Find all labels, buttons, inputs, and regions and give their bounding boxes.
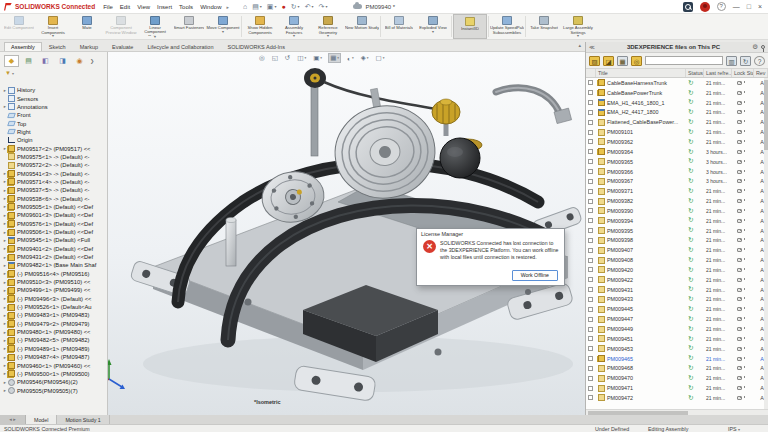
- row-checkbox[interactable]: [588, 317, 593, 322]
- table-row[interactable]: PM009465↻21 min...A: [586, 354, 768, 364]
- ribbon-button-exploded-view[interactable]: Exploded View▼: [416, 14, 450, 39]
- file-search-input[interactable]: [645, 56, 723, 65]
- tree-item[interactable]: ▸PM09601<3> (Default) <<Def: [2, 211, 105, 219]
- row-checkbox[interactable]: [588, 307, 593, 312]
- tree-item[interactable]: ▸PM09517<2> (PM09517) <<: [2, 144, 105, 152]
- tree-item[interactable]: ▸(-) PM09496<3> (Default) <<: [2, 295, 105, 303]
- tree-item[interactable]: Origin: [2, 136, 105, 144]
- tree-item[interactable]: ▸PM09538<6> -> (Default) <-: [2, 194, 105, 202]
- tree-item[interactable]: ▸PM09541<3> -> (Default) <-: [2, 169, 105, 177]
- graphics-viewport[interactable]: ◎◱↺◫▾▣▾▦▾◐▾◈▾▢▾ ▫▫—□×: [108, 52, 585, 415]
- ribbon-button-move-component[interactable]: Move Component▼: [206, 14, 240, 39]
- tree-item[interactable]: ▸Annotations: [2, 103, 105, 111]
- tree-item[interactable]: PM09575<1> -> (Default) <-: [2, 153, 105, 161]
- undo-icon[interactable]: ↶▾: [305, 3, 314, 11]
- row-checkbox[interactable]: [588, 208, 593, 213]
- tree-item[interactable]: ▸PM09546(PM09546)(2): [2, 378, 105, 386]
- row-checkbox[interactable]: [588, 277, 593, 282]
- tab-lifecycle-and-collaboration[interactable]: Lifecycle and Collaboration: [140, 42, 220, 51]
- table-row[interactable]: PM009362↻21 min...A: [586, 137, 768, 147]
- menu-window[interactable]: Window: [200, 4, 221, 10]
- tree-item[interactable]: ▸(-) PM09479<2> (PM09479): [2, 320, 105, 328]
- tree-item[interactable]: ▸PM09431<2> (Default) <<Def: [2, 253, 105, 261]
- table-row[interactable]: PM009395↻21 min...A: [586, 226, 768, 236]
- new-document-icon[interactable]: ▤▾: [252, 3, 262, 11]
- row-checkbox[interactable]: [588, 346, 593, 351]
- panel-help-icon[interactable]: ?: [754, 56, 765, 66]
- propertymanager-tab[interactable]: ▤: [21, 55, 36, 67]
- tree-item[interactable]: ▸PM09505(PM09505)(7): [2, 386, 105, 394]
- bottom-tab-model[interactable]: Model: [26, 415, 57, 424]
- column-header-Last refre...[interactable]: Last refre...: [704, 69, 732, 77]
- tab-sketch[interactable]: Sketch: [42, 42, 73, 51]
- row-checkbox[interactable]: [588, 228, 593, 233]
- row-checkbox[interactable]: [588, 258, 593, 263]
- 3dexperience-search-icon[interactable]: [683, 2, 693, 12]
- table-row[interactable]: PM009101↻21 min...A: [586, 127, 768, 137]
- table-row[interactable]: PM009366↻3 hours...A: [586, 167, 768, 177]
- ribbon-button-assembly-features[interactable]: Assembly Features▼: [277, 14, 311, 39]
- redo-icon[interactable]: ↷▾: [319, 3, 328, 11]
- table-row[interactable]: PM009394↻21 min...A: [586, 216, 768, 226]
- ribbon-collapse-icon[interactable]: ▴: [578, 42, 581, 48]
- close-button[interactable]: ×: [758, 3, 762, 10]
- tab-evaluate[interactable]: Evaluate: [105, 42, 140, 51]
- row-checkbox[interactable]: [588, 395, 593, 400]
- row-checkbox[interactable]: [588, 218, 593, 223]
- menu-edit[interactable]: Edit: [120, 4, 130, 10]
- displaymanager-tab[interactable]: ◉: [72, 55, 87, 67]
- columns-icon[interactable]: ▥: [726, 56, 737, 66]
- tab-solidworks-add-ins[interactable]: SOLIDWORKS Add-Ins: [220, 42, 291, 51]
- table-row[interactable]: PM009451↻21 min...A: [586, 334, 768, 344]
- row-checkbox[interactable]: [588, 267, 593, 272]
- tree-item[interactable]: ▸PM09401<2> (Default) <<Def: [2, 245, 105, 253]
- units-selector[interactable]: IPS ▾: [728, 426, 740, 432]
- row-checkbox[interactable]: [588, 159, 593, 164]
- tree-item[interactable]: ▸PM09571<4> -> (Default) <-: [2, 178, 105, 186]
- tree-item[interactable]: ▸PM09480<1> (PM09480) <<: [2, 328, 105, 336]
- table-row[interactable]: Flattened_CableBasePower...↻21 min...A: [586, 117, 768, 127]
- column-header-Rev[interactable]: Rev: [754, 69, 768, 77]
- row-checkbox[interactable]: [588, 169, 593, 174]
- row-checkbox[interactable]: [588, 189, 593, 194]
- ribbon-button-update-speedpak-subassemblies[interactable]: Update SpeedPak Subassemblies: [490, 14, 524, 39]
- table-row[interactable]: CableBaseHarnessTrunk↻21 min...A: [586, 78, 768, 88]
- row-checkbox[interactable]: [588, 130, 593, 135]
- table-row[interactable]: PM009367↻3 hours...A: [586, 176, 768, 186]
- table-row[interactable]: PM009407↻21 min...A: [586, 245, 768, 255]
- row-checkbox[interactable]: [588, 248, 593, 253]
- ribbon-button-new-motion-study[interactable]: New Motion Study: [345, 14, 379, 39]
- dimxpertmanager-tab[interactable]: ◨: [55, 55, 70, 67]
- row-checkbox[interactable]: [588, 80, 593, 85]
- column-header-Title[interactable]: Title: [596, 69, 686, 77]
- tab-markup[interactable]: Markup: [73, 42, 105, 51]
- column-header-Status[interactable]: Status: [686, 69, 704, 77]
- open-drawing-icon[interactable]: ▦: [617, 56, 628, 66]
- tree-item[interactable]: ▸(-) PM09516<4> (PM09516): [2, 270, 105, 278]
- ribbon-button-reference-geometry[interactable]: Reference Geometry▼: [311, 14, 345, 39]
- row-checkbox[interactable]: [588, 90, 593, 95]
- table-row[interactable]: PM009468↻21 min...A: [586, 363, 768, 373]
- open-part-icon[interactable]: ◪: [603, 56, 614, 66]
- menu-tools[interactable]: Tools: [179, 4, 193, 10]
- menu-file[interactable]: File: [103, 4, 113, 10]
- user-avatar[interactable]: [700, 2, 710, 12]
- tree-item[interactable]: Right: [2, 128, 105, 136]
- row-checkbox[interactable]: [588, 238, 593, 243]
- table-row[interactable]: PM009371↻21 min...A: [586, 186, 768, 196]
- menu-insert[interactable]: Insert: [157, 4, 172, 10]
- row-checkbox[interactable]: [588, 110, 593, 115]
- tree-item[interactable]: Sensors: [2, 94, 105, 102]
- save-icon[interactable]: ▣▾: [267, 3, 277, 11]
- tree-item[interactable]: ▸(-) PM09483<1> (PM09483): [2, 311, 105, 319]
- table-row[interactable]: PM009382↻21 min...A: [586, 196, 768, 206]
- tree-item[interactable]: ▸PM09545<1> (Default) <Full: [2, 236, 105, 244]
- restore-button[interactable]: □: [747, 3, 751, 10]
- minimize-button[interactable]: —: [733, 3, 740, 10]
- configurationmanager-tab[interactable]: ◧: [38, 55, 53, 67]
- table-row[interactable]: PM009447↻21 min...A: [586, 314, 768, 324]
- ribbon-button-insert-components[interactable]: Insert Components▼: [36, 14, 70, 39]
- table-vertical-scrollbar[interactable]: [764, 78, 768, 409]
- table-row[interactable]: PM009445↻21 min...A: [586, 304, 768, 314]
- row-checkbox[interactable]: [588, 199, 593, 204]
